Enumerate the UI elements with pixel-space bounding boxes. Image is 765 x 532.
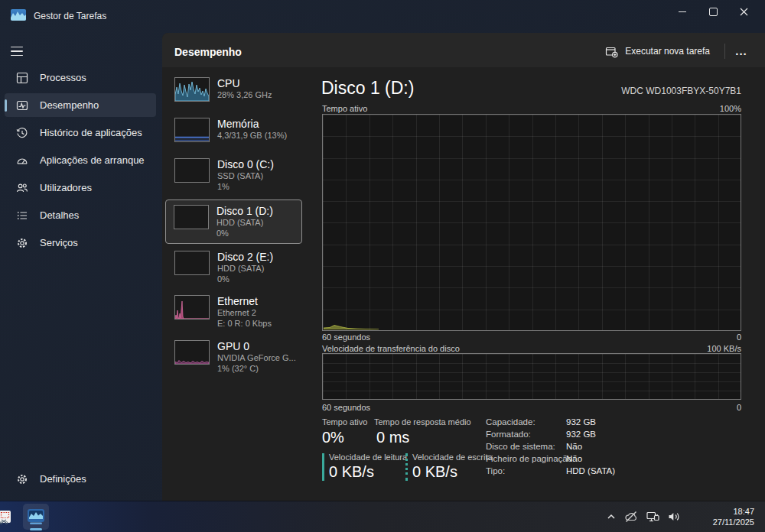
minimize-icon <box>679 11 686 12</box>
onedrive-paused-icon[interactable] <box>624 511 639 523</box>
disk2-mini-chart <box>174 251 210 275</box>
new-task-icon <box>605 45 618 58</box>
sidebar-item-label: Utilizadores <box>40 182 92 193</box>
formatted-label: Formatado: <box>486 430 531 439</box>
sidebar-item-details[interactable]: Detalhes <box>5 203 156 227</box>
menu-button[interactable] <box>11 43 31 60</box>
active-time-stat-label: Tempo ativo <box>322 417 367 427</box>
taskbar: 18:47 27/11/2025 <box>0 501 765 532</box>
page-file-value: Não <box>566 454 582 463</box>
capacity-label: Capacidade: <box>486 417 536 427</box>
sidebar-item-performance[interactable]: Desempenho <box>5 93 156 117</box>
gpu-mini-chart <box>174 340 210 365</box>
sidebar-item-label: Aplicações de arranque <box>40 154 145 166</box>
active-time-chart-xlabel: 60 segundos <box>322 332 370 342</box>
active-time-chart-min: 0 <box>737 332 741 342</box>
sidebar-item-label: Histórico de aplicações <box>40 127 142 138</box>
minimize-button[interactable] <box>667 0 698 23</box>
perf-item-gpu[interactable]: GPU 0 NVIDIA GeForce G... 1% (32° C) <box>165 339 302 375</box>
performance-icon <box>16 99 28 112</box>
sidebar-item-app-history[interactable]: Histórico de aplicações <box>5 121 156 144</box>
close-icon <box>740 8 748 16</box>
sidebar-item-services[interactable]: Serviços <box>5 231 156 255</box>
disk-title: Disco 1 (D:) <box>321 78 414 99</box>
cpu-mini-chart <box>174 77 210 102</box>
settings-gear-icon <box>16 473 28 485</box>
taskbar-clock[interactable]: 18:47 27/11/2025 <box>713 506 754 527</box>
response-time-stat-label: Tempo de resposta médio <box>374 417 471 427</box>
perf-item-name: GPU 0 <box>217 340 296 352</box>
ethernet-mini-chart <box>174 295 210 320</box>
network-icon[interactable] <box>646 511 660 523</box>
read-speed-value: 0 KB/s <box>329 463 374 481</box>
perf-item-name: Memória <box>217 118 287 130</box>
perf-item-usage: 0% <box>217 274 273 284</box>
write-speed-value: 0 KB/s <box>412 463 457 481</box>
taskbar-task-manager-button[interactable] <box>23 504 49 530</box>
active-time-stat-value: 0% <box>322 429 344 446</box>
transfer-rate-chart-label: Velocidade de transferência do disco <box>322 344 460 353</box>
active-time-chart-max: 100% <box>720 104 741 113</box>
perf-item-memory[interactable]: Memória 4,3/31,9 GB (13%) <box>165 117 302 143</box>
volume-icon[interactable] <box>667 511 681 523</box>
active-time-chart <box>322 114 741 331</box>
type-label: Tipo: <box>486 466 505 475</box>
titlebar: Gestor de Tarefas <box>0 0 765 24</box>
perf-item-type: HDD (SATA) <box>216 217 273 228</box>
transfer-rate-chart-xlabel: 60 segundos <box>322 403 370 412</box>
sidebar-item-settings[interactable]: Definições <box>5 467 168 491</box>
more-options-button[interactable]: ... <box>728 40 754 61</box>
run-new-task-label: Executar nova tarefa <box>625 46 710 57</box>
perf-item-name: CPU <box>217 77 272 89</box>
services-icon <box>16 237 28 249</box>
write-speed-label: Velocidade de escrita <box>412 453 493 462</box>
response-time-stat-value: 0 ms <box>376 429 409 446</box>
sidebar: Processos Desempenho Histórico de aplica… <box>5 66 156 255</box>
perf-item-name: Disco 2 (E:) <box>217 251 273 263</box>
perf-item-type: SSD (SATA) <box>217 170 274 181</box>
command-bar-divider <box>724 44 725 59</box>
perf-item-cpu[interactable]: CPU 28% 3,26 GHz <box>165 76 302 102</box>
perf-item-disk2[interactable]: Disco 2 (E:) HDD (SATA) 0% <box>165 250 302 285</box>
disk1-mini-chart <box>174 205 209 229</box>
snipping-tool-icon[interactable] <box>0 510 14 525</box>
perf-item-usage: 1% <box>217 181 274 192</box>
perf-item-type: HDD (SATA) <box>217 263 273 274</box>
transfer-rate-chart-max: 100 KB/s <box>707 344 741 353</box>
active-app-indicator <box>30 528 42 530</box>
system-tray <box>605 511 681 523</box>
type-value: HDD (SATA) <box>566 466 615 475</box>
sidebar-item-label: Serviços <box>40 237 78 248</box>
sidebar-item-startup-apps[interactable]: Aplicações de arranque <box>5 148 156 172</box>
processes-icon <box>16 72 28 84</box>
details-icon <box>16 209 28 222</box>
perf-item-stats: 28% 3,26 GHz <box>217 89 272 100</box>
page-title: Desempenho <box>174 46 242 58</box>
system-disk-value: Não <box>566 442 582 451</box>
history-icon <box>16 127 28 139</box>
sidebar-item-users[interactable]: Utilizadores <box>5 176 156 200</box>
capacity-value: 932 GB <box>566 417 596 427</box>
run-new-task-button[interactable]: Executar nova tarefa <box>599 41 716 61</box>
sidebar-item-label: Definições <box>40 473 86 485</box>
startup-icon <box>16 154 28 167</box>
maximize-button[interactable] <box>698 0 728 23</box>
perf-item-adapter: NVIDIA GeForce G... <box>217 352 296 363</box>
perf-item-disk0[interactable]: Disco 0 (C:) SSD (SATA) 1% <box>165 157 302 193</box>
sidebar-item-processes[interactable]: Processos <box>5 66 156 89</box>
perf-item-ethernet[interactable]: Ethernet Ethernet 2 E: 0 R: 0 Kbps <box>165 294 302 329</box>
tray-chevron-up-icon[interactable] <box>605 511 617 523</box>
window-title: Gestor de Tarefas <box>34 11 106 21</box>
perf-item-adapter: Ethernet 2 <box>217 307 272 318</box>
selection-indicator <box>5 99 7 112</box>
perf-item-usage: 1% (32° C) <box>217 363 296 374</box>
disk-activity-trace <box>324 322 379 329</box>
ellipsis-icon: ... <box>735 44 747 57</box>
perf-item-name: Disco 1 (D:) <box>216 205 273 217</box>
memory-mini-chart <box>174 118 210 142</box>
system-disk-label: Disco de sistema: <box>486 442 555 451</box>
perf-item-disk1[interactable]: Disco 1 (D:) HDD (SATA) 0% <box>165 200 302 244</box>
close-button[interactable] <box>728 0 759 23</box>
sidebar-item-label: Processos <box>40 72 86 83</box>
sidebar-item-label: Desempenho <box>40 99 99 111</box>
